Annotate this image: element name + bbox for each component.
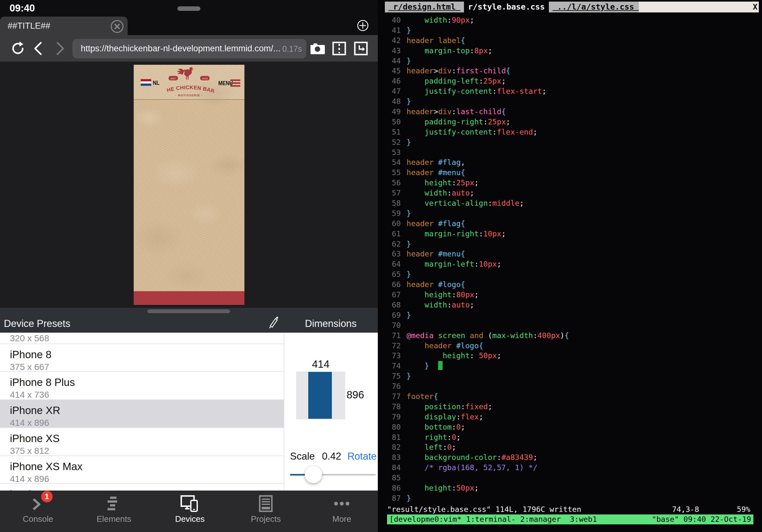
device-presets-title: Device Presets xyxy=(4,318,70,329)
line-number: 82 xyxy=(378,442,401,453)
edit-icon[interactable] xyxy=(267,316,279,329)
split-view-icon[interactable] xyxy=(331,35,347,62)
device-row[interactable]: 320 x 568 xyxy=(0,333,284,333)
console-icon xyxy=(0,495,76,513)
close-tab-icon[interactable] xyxy=(111,20,124,33)
device-name: iPhone XS Max xyxy=(10,461,82,473)
row-divider xyxy=(0,371,284,372)
bottom-tab-bar: Console1ElementsDevicesProjectsMore xyxy=(0,491,378,532)
more-icon xyxy=(304,495,380,513)
window-drag-handle[interactable] xyxy=(178,6,200,11)
line-number: 64 xyxy=(378,259,401,270)
line-number: 48 xyxy=(378,97,401,107)
line-number: 72 xyxy=(378,341,401,351)
browser-tab[interactable]: ##TITLE## xyxy=(0,17,128,35)
device-row-ipad-9-7-[interactable]: iPad 9.7” xyxy=(0,483,284,491)
tab-label: More xyxy=(304,514,380,524)
tab-more[interactable]: More xyxy=(304,491,380,532)
nl-flag-icon[interactable] xyxy=(141,79,151,86)
device-row-iphone-xr[interactable]: iPhone XR414 x 896 xyxy=(0,399,284,428)
code-line-51: 51 justify-content:flex-end; xyxy=(378,127,762,137)
tmux-session-info: "base" 09:40 22-Oct-19 xyxy=(652,515,751,524)
device-row-iphone-xs-max[interactable]: iPhone XS Max414 x 896 xyxy=(0,455,284,484)
code-area[interactable]: 40 width:90px;41}42header label{43 margi… xyxy=(378,15,762,503)
code-line-74: 74 } xyxy=(378,361,762,371)
code-line-53: 53 xyxy=(378,148,762,158)
row-divider xyxy=(0,455,284,456)
new-tab-icon[interactable] xyxy=(357,20,369,31)
device-list: 320 x 568iPhone 8375 x 667iPhone 8 Plus4… xyxy=(0,333,284,491)
line-number: 80 xyxy=(378,422,401,432)
panel-drag-handle[interactable] xyxy=(147,309,230,313)
rotate-button[interactable]: Rotate xyxy=(347,451,377,462)
code-line-83: 83 background-color:#a83439; xyxy=(378,453,762,463)
lang-label: NL xyxy=(153,79,160,87)
line-number: 62 xyxy=(378,239,401,249)
line-number: 60 xyxy=(378,219,401,229)
url-field[interactable]: https://thechickenbar-nl-development.lem… xyxy=(72,39,306,58)
code-line-64: 64 margin-left:10px; xyxy=(378,259,762,270)
scale-slider-knob[interactable] xyxy=(305,466,322,483)
device-name: iPhone 8 Plus xyxy=(10,376,75,388)
code-line-69: 69} xyxy=(378,310,762,320)
tab-devices[interactable]: Devices xyxy=(152,491,228,532)
brand-text: THE CHICKEN BAR xyxy=(164,85,214,94)
code-line-66: 66header #logo{ xyxy=(378,280,762,290)
scale-label: Scale xyxy=(290,451,315,462)
device-row-iphone-8[interactable]: iPhone 8375 x 667 xyxy=(0,344,284,371)
code-line-79: 79 display:flex; xyxy=(378,412,762,422)
code-line-76: 76 xyxy=(378,381,762,392)
code-line-48: 48} xyxy=(378,97,762,107)
code-line-81: 81 right:0; xyxy=(378,432,762,443)
line-number: 41 xyxy=(378,26,401,36)
line-number: 85 xyxy=(378,473,401,483)
hamburger-icon[interactable] xyxy=(230,79,240,87)
line-number: 73 xyxy=(378,351,401,361)
device-name: iPhone XS xyxy=(10,432,60,445)
code-line-78: 78 position:fixed; xyxy=(378,402,762,412)
code-line-56: 56 height:25px; xyxy=(378,178,762,188)
site-preview[interactable]: NL xyxy=(134,65,244,305)
reload-icon[interactable] xyxy=(10,35,26,62)
line-number: 78 xyxy=(378,402,401,412)
device-name: iPhone XR xyxy=(10,404,60,417)
device-row-iphone-8-plus[interactable]: iPhone 8 Plus414 x 736 xyxy=(0,371,284,399)
code-line-42: 42header label{ xyxy=(378,36,762,46)
code-line-58: 58 vertical-align:middle; xyxy=(378,198,762,209)
tab-projects[interactable]: Projects xyxy=(228,491,304,532)
tab-elements[interactable]: Elements xyxy=(76,491,152,532)
dim-width: 414 xyxy=(296,358,345,370)
scale-slider[interactable] xyxy=(290,474,376,476)
dimensions-panel: 414 896 Scale 0.42 Rotate xyxy=(284,333,378,491)
line-number: 42 xyxy=(378,36,401,46)
line-number: 63 xyxy=(378,249,401,259)
line-number: 54 xyxy=(378,158,401,168)
code-line-41: 41} xyxy=(378,26,762,36)
svg-text:2015: 2015 xyxy=(202,77,208,80)
code-line-73: 73 height: 50px; xyxy=(378,351,762,361)
vim-status-line: "result/style.base.css" 114L, 1796C writ… xyxy=(378,505,762,514)
line-number: 65 xyxy=(378,270,401,280)
editor-close-button[interactable]: X xyxy=(753,2,758,13)
tab-console[interactable]: Console1 xyxy=(0,491,76,532)
open-external-icon[interactable] xyxy=(353,35,369,62)
line-number: 71 xyxy=(378,331,401,341)
back-icon[interactable] xyxy=(31,35,44,62)
screenshot-icon[interactable] xyxy=(308,35,326,62)
line-number: 40 xyxy=(378,15,401,26)
editor-tab-r/design.html[interactable]: r/design.html xyxy=(385,2,464,13)
device-dims: 375 x 812 xyxy=(10,446,49,456)
line-number: 77 xyxy=(378,392,401,402)
device-row-iphone-xs[interactable]: iPhone XS375 x 812 xyxy=(0,428,284,455)
editor-tab-../l/a/style.css[interactable]: ../l/a/style.css xyxy=(549,2,642,13)
editor-tab-r/style.base.css[interactable]: r/style.base.css xyxy=(460,2,553,13)
dimensions-title: Dimensions xyxy=(284,318,378,329)
devices-icon xyxy=(152,495,228,513)
code-line-55: 55header #menu{ xyxy=(378,168,762,178)
device-name: iPad 9.7” xyxy=(10,488,52,491)
console-badge: 1 xyxy=(41,491,53,502)
forward-icon[interactable] xyxy=(54,35,67,62)
code-line-60: 60header #flag{ xyxy=(378,219,762,229)
code-line-54: 54header #flag, xyxy=(378,158,762,168)
line-number: 66 xyxy=(378,280,401,290)
